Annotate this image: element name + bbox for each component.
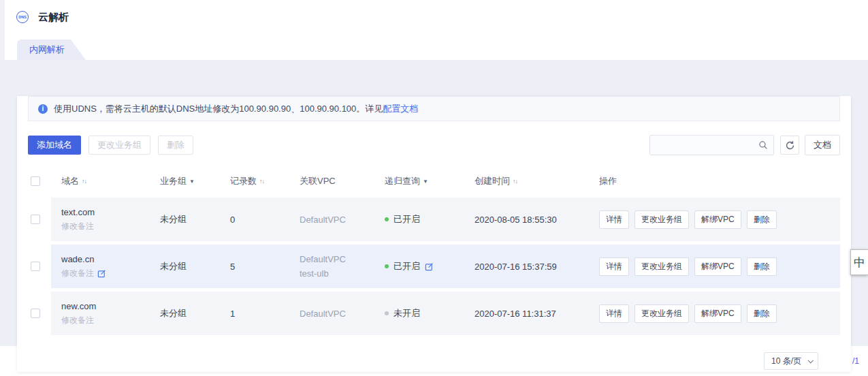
column-header-actions[interactable]: 操作 ↑↓ ▼ <box>589 175 840 187</box>
business-group-cell: 未分组 <box>150 260 220 272</box>
banner-config-doc-link[interactable]: 配置文档 <box>383 103 418 115</box>
row-checkbox-cell <box>28 245 51 288</box>
sort-icon[interactable]: ↑↓ <box>82 178 86 185</box>
column-header-label: 关联VPC <box>300 175 336 187</box>
row-card: text.com 修改备注 未分组 0 DefaultVPC 已开启 2020-… <box>51 198 840 241</box>
search-input[interactable] <box>649 135 774 155</box>
domain-cell: wade.cn 修改备注 <box>51 254 150 279</box>
row-action-change-business-group-button[interactable]: 更改业务组 <box>634 304 689 323</box>
app-root: DNS 云解析 内网解析 i 使用UDNS，需将云主机的默认DNS地址修改为10… <box>0 0 868 376</box>
sort-icon[interactable]: ↑↓ <box>259 178 264 185</box>
filter-icon[interactable]: ▼ <box>423 178 428 185</box>
select-all-checkbox[interactable] <box>31 176 40 186</box>
left-edge-strip <box>0 0 5 60</box>
column-header-record-count[interactable]: 记录数 ↑↓ ▼ <box>220 175 289 187</box>
add-domain-button[interactable]: 添加域名 <box>28 136 81 155</box>
search-icon[interactable] <box>758 140 768 150</box>
recursive-query-cell: 未开启 <box>374 307 464 319</box>
row-action-change-business-group-button[interactable]: 更改业务组 <box>634 257 689 276</box>
row-action-delete-button[interactable]: 删除 <box>747 304 777 323</box>
edit-note-icon[interactable] <box>97 269 106 278</box>
tab-label: 内网解析 <box>29 44 65 54</box>
row-action-unbind-vpc-button[interactable]: 解绑VPC <box>694 257 741 276</box>
filter-icon[interactable]: ▼ <box>189 178 195 185</box>
column-header-domain[interactable]: 域名 ↑↓ ▼ <box>51 175 150 187</box>
row-action-detail-button[interactable]: 详情 <box>599 304 629 323</box>
banner-text: 使用UDNS，需将云主机的默认DNS地址修改为100.90.90.90、100.… <box>54 103 383 115</box>
refresh-button[interactable] <box>780 136 799 155</box>
column-header-label: 创建时间 <box>475 175 510 187</box>
header-checkbox-cell <box>28 176 51 186</box>
sort-icon[interactable]: ↑↓ <box>513 178 517 185</box>
created-time-cell: 2020-07-16 15:37:59 <box>464 262 589 272</box>
record-count-cell: 0 <box>220 215 289 225</box>
record-count-cell: 1 <box>220 309 289 319</box>
table-row: wade.cn 修改备注 未分组 5 DefaultVPCtest-ulb 已开… <box>28 245 840 288</box>
change-business-group-button[interactable]: 更改业务组 <box>89 136 150 155</box>
column-header-recursive-query[interactable]: 递归查询 ↑↓ ▼ <box>374 175 464 187</box>
docs-button[interactable]: 文档 <box>805 135 840 155</box>
recursive-query-status: 已开启 <box>393 260 420 272</box>
row-action-detail-button[interactable]: 详情 <box>599 257 629 276</box>
row-card: wade.cn 修改备注 未分组 5 DefaultVPCtest-ulb 已开… <box>51 245 840 288</box>
row-action-detail-button[interactable]: 详情 <box>599 210 629 229</box>
table-row: new.com 修改备注 未分组 1 DefaultVPC 未开启 2020-0… <box>28 292 840 335</box>
edit-note-link[interactable]: 修改备注 <box>61 268 94 279</box>
row-checkbox[interactable] <box>31 262 40 271</box>
note-row: 修改备注 <box>61 221 150 232</box>
dns-logo-text: DNS <box>18 15 27 19</box>
page-title: 云解析 <box>38 11 69 24</box>
info-icon: i <box>38 104 48 114</box>
total-pages-label: /1 <box>852 356 859 366</box>
column-header-label: 递归查询 <box>385 175 420 187</box>
delete-button[interactable]: 删除 <box>158 136 193 155</box>
column-header-linked-vpc[interactable]: 关联VPC ↑↓ ▼ <box>289 175 374 187</box>
row-checkbox[interactable] <box>31 309 40 318</box>
domain-name: wade.cn <box>61 254 150 264</box>
edit-recursive-icon[interactable] <box>425 262 434 271</box>
row-card: new.com 修改备注 未分组 1 DefaultVPC 未开启 2020-0… <box>51 292 840 335</box>
domain-cell: text.com 修改备注 <box>51 207 150 232</box>
content-card: i 使用UDNS，需将云主机的默认DNS地址修改为100.90.90.90、10… <box>17 96 851 372</box>
record-count-cell: 5 <box>220 262 289 272</box>
tab-bar: 内网解析 <box>0 34 868 60</box>
main-area: i 使用UDNS，需将云主机的默认DNS地址修改为100.90.90.90、10… <box>0 60 868 346</box>
search-box <box>649 135 774 155</box>
status-dot <box>385 311 389 315</box>
info-banner: i 使用UDNS，需将云主机的默认DNS地址修改为100.90.90.90、10… <box>28 96 840 121</box>
table-header-columns: 域名 ↑↓ ▼ 业务组 ↑↓ ▼ 记录数 ↑↓ ▼ 关联VPC ↑↓ ▼ 递归查… <box>51 175 840 187</box>
column-header-label: 域名 <box>61 175 79 187</box>
domain-name: text.com <box>61 207 150 217</box>
row-action-delete-button[interactable]: 删除 <box>747 210 777 229</box>
status-dot <box>385 217 389 221</box>
domain-name: new.com <box>61 301 150 311</box>
row-actions: 详情更改业务组解绑VPC删除 <box>589 210 840 229</box>
table-body: text.com 修改备注 未分组 0 DefaultVPC 已开启 2020-… <box>28 198 840 335</box>
page-size-select[interactable]: 10 条/页 <box>764 352 818 370</box>
row-action-unbind-vpc-button[interactable]: 解绑VPC <box>694 304 741 323</box>
linked-vpc-cell: DefaultVPCtest-ulb <box>289 252 374 281</box>
row-checkbox[interactable] <box>31 215 40 224</box>
linked-vpc-cell: DefaultVPC <box>289 307 374 321</box>
row-action-change-business-group-button[interactable]: 更改业务组 <box>634 210 689 229</box>
recursive-query-status: 未开启 <box>393 307 420 319</box>
chevron-down-icon <box>807 358 813 363</box>
toolbar: 添加域名 更改业务组 删除 文档 <box>28 135 840 155</box>
linked-vpc-cell: DefaultVPC <box>289 213 374 227</box>
column-header-created-time[interactable]: 创建时间 ↑↓ ▼ <box>464 175 589 187</box>
domain-cell: new.com 修改备注 <box>51 301 150 326</box>
row-action-delete-button[interactable]: 删除 <box>747 257 777 276</box>
edit-note-link[interactable]: 修改备注 <box>61 221 94 232</box>
row-actions: 详情更改业务组解绑VPC删除 <box>589 257 840 276</box>
edit-note-link[interactable]: 修改备注 <box>61 315 94 326</box>
column-header-business-group[interactable]: 业务组 ↑↓ ▼ <box>150 175 220 187</box>
dns-logo-icon: DNS <box>16 11 29 23</box>
tab-internal-dns[interactable]: 内网解析 <box>17 40 71 60</box>
column-header-label: 操作 <box>599 175 617 187</box>
note-row: 修改备注 <box>61 268 150 279</box>
column-header-label: 记录数 <box>230 175 257 187</box>
recursive-query-status: 已开启 <box>393 213 420 225</box>
row-actions: 详情更改业务组解绑VPC删除 <box>589 304 840 323</box>
row-action-unbind-vpc-button[interactable]: 解绑VPC <box>694 210 741 229</box>
status-dot <box>385 264 389 268</box>
